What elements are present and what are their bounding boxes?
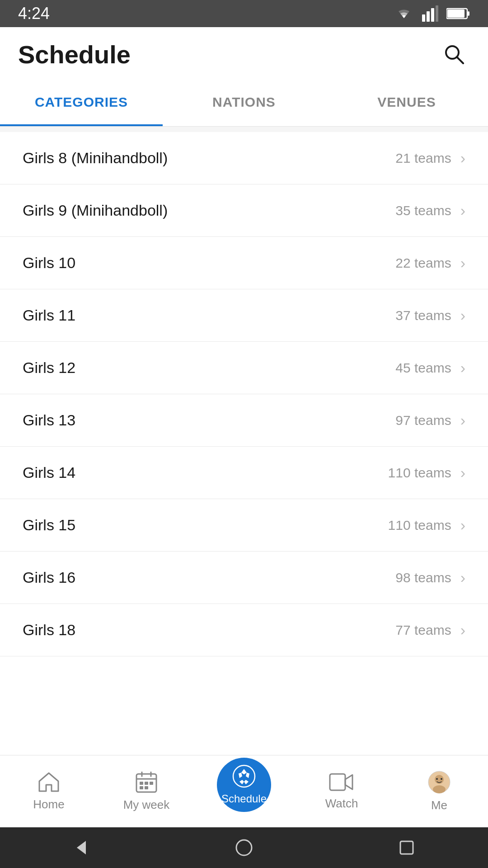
- team-count: 22 teams: [395, 255, 451, 271]
- svg-marker-20: [239, 773, 242, 778]
- team-count: 97 teams: [395, 413, 451, 428]
- recents-button[interactable]: [391, 832, 422, 863]
- item-right: 37 teams ›: [395, 307, 465, 324]
- svg-rect-17: [145, 786, 148, 789]
- list-item[interactable]: Girls 11 37 teams ›: [0, 289, 488, 342]
- category-name: Girls 12: [23, 359, 75, 377]
- team-count: 45 teams: [395, 360, 451, 376]
- search-button[interactable]: [438, 38, 470, 70]
- category-name: Girls 14: [23, 464, 75, 481]
- svg-marker-21: [246, 773, 249, 778]
- team-count: 35 teams: [395, 203, 451, 218]
- svg-rect-14: [145, 782, 148, 785]
- category-name: Girls 15: [23, 516, 75, 534]
- list-item[interactable]: Girls 12 45 teams ›: [0, 342, 488, 394]
- svg-rect-2: [431, 8, 434, 22]
- home-button[interactable]: [228, 832, 260, 863]
- category-name: Girls 8 (Minihandboll): [23, 149, 168, 167]
- team-count: 77 teams: [395, 623, 451, 638]
- svg-point-18: [233, 765, 255, 787]
- wifi-icon: [394, 6, 414, 21]
- svg-point-29: [441, 778, 442, 780]
- svg-rect-6: [468, 11, 469, 16]
- svg-marker-23: [244, 780, 249, 784]
- tab-categories[interactable]: CATEGORIES: [0, 81, 163, 126]
- item-right: 21 teams ›: [395, 149, 465, 167]
- team-count: 21 teams: [395, 151, 451, 166]
- list-item[interactable]: Girls 8 (Minihandboll) 21 teams ›: [0, 132, 488, 184]
- item-right: 97 teams ›: [395, 411, 465, 429]
- svg-rect-13: [140, 782, 143, 785]
- svg-rect-15: [150, 782, 153, 785]
- chevron-right-icon: ›: [460, 621, 465, 639]
- signal-icon: [422, 5, 438, 22]
- list-item[interactable]: Girls 14 110 teams ›: [0, 447, 488, 499]
- svg-rect-32: [400, 841, 413, 854]
- page-title: Schedule: [18, 40, 131, 69]
- calendar-icon: [135, 771, 158, 793]
- tabs-bar: CATEGORIES NATIONS VENUES: [0, 81, 488, 127]
- chevron-right-icon: ›: [460, 202, 465, 219]
- nav-label-schedule: Schedule: [221, 793, 267, 805]
- svg-marker-30: [77, 841, 86, 854]
- item-right: 45 teams ›: [395, 359, 465, 377]
- team-count: 110 teams: [388, 518, 451, 533]
- schedule-circle: Schedule: [217, 758, 271, 812]
- svg-point-31: [236, 840, 252, 855]
- status-bar: 4:24: [0, 0, 488, 27]
- item-right: 98 teams ›: [395, 569, 465, 586]
- header: Schedule: [0, 27, 488, 81]
- avatar-icon: [427, 770, 451, 794]
- svg-rect-0: [422, 14, 425, 22]
- category-name: Girls 16: [23, 569, 75, 586]
- list-item[interactable]: Girls 10 22 teams ›: [0, 237, 488, 289]
- category-name: Girls 18: [23, 621, 75, 639]
- nav-label-watch: Watch: [325, 797, 358, 811]
- status-icons: [394, 5, 470, 22]
- svg-marker-22: [239, 780, 244, 784]
- svg-point-27: [433, 785, 446, 793]
- back-button[interactable]: [66, 832, 97, 863]
- svg-rect-3: [436, 5, 438, 22]
- categories-list: Girls 8 (Minihandboll) 21 teams › Girls …: [0, 132, 488, 755]
- nav-label-me: Me: [431, 798, 447, 812]
- svg-line-8: [457, 57, 463, 63]
- team-count: 98 teams: [395, 570, 451, 585]
- item-right: 110 teams ›: [388, 464, 465, 481]
- team-count: 110 teams: [388, 465, 451, 481]
- category-name: Girls 13: [23, 411, 75, 429]
- item-right: 77 teams ›: [395, 621, 465, 639]
- item-right: 35 teams ›: [395, 202, 465, 219]
- item-right: 110 teams ›: [388, 516, 465, 534]
- nav-item-myweek[interactable]: My week: [98, 755, 195, 827]
- nav-item-home[interactable]: Home: [0, 755, 98, 827]
- team-count: 37 teams: [395, 308, 451, 323]
- list-item[interactable]: Girls 13 97 teams ›: [0, 394, 488, 447]
- search-icon: [442, 42, 466, 66]
- home-icon: [38, 771, 60, 793]
- nav-label-home: Home: [33, 797, 64, 811]
- nav-item-me[interactable]: Me: [390, 755, 488, 827]
- list-item[interactable]: Girls 16 98 teams ›: [0, 552, 488, 604]
- tab-venues[interactable]: VENUES: [325, 81, 488, 126]
- nav-item-watch[interactable]: Watch: [293, 755, 390, 827]
- android-nav-bar: [0, 827, 488, 868]
- list-item[interactable]: Girls 9 (Minihandboll) 35 teams ›: [0, 184, 488, 237]
- chevron-right-icon: ›: [460, 359, 465, 377]
- nav-item-schedule[interactable]: Schedule: [195, 755, 293, 827]
- category-name: Girls 9 (Minihandboll): [23, 202, 168, 219]
- tab-nations[interactable]: NATIONS: [163, 81, 325, 126]
- svg-rect-5: [447, 9, 465, 18]
- category-name: Girls 10: [23, 254, 75, 272]
- category-name: Girls 11: [23, 307, 75, 324]
- list-item[interactable]: Girls 18 77 teams ›: [0, 604, 488, 656]
- chevron-right-icon: ›: [460, 464, 465, 481]
- nav-label-myweek: My week: [123, 798, 170, 812]
- chevron-right-icon: ›: [460, 411, 465, 429]
- chevron-right-icon: ›: [460, 307, 465, 324]
- list-item[interactable]: Girls 15 110 teams ›: [0, 499, 488, 552]
- svg-marker-19: [241, 769, 247, 774]
- svg-rect-24: [330, 774, 345, 790]
- bottom-navigation: Home My week: [0, 755, 488, 827]
- chevron-right-icon: ›: [460, 149, 465, 167]
